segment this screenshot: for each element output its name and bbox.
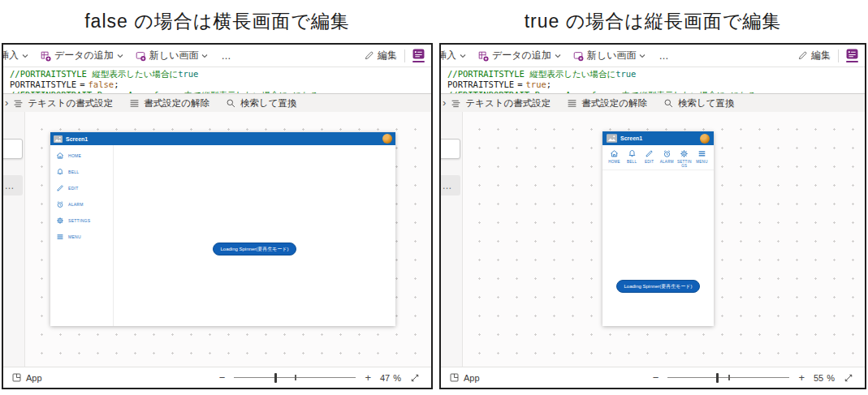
status-bar: App − + 55% <box>441 367 865 388</box>
zoom-slider[interactable] <box>234 372 356 384</box>
nav-item-home[interactable]: HOME <box>607 149 622 168</box>
app-header[interactable]: Screen1 <box>50 132 395 145</box>
new-screen-menu[interactable]: 新しい画面 <box>572 49 646 62</box>
code-line-comment1: //PORTRAITSTYLE 縦型表示したい場合にtrue <box>10 69 431 79</box>
panel-stub[interactable] <box>3 139 23 159</box>
formula-panel-icon <box>412 49 425 59</box>
collapsed-panel-edge: … <box>441 112 463 367</box>
formula-panel-toggle[interactable] <box>412 49 425 62</box>
clear-format-label: 書式設定の解除 <box>144 97 209 109</box>
toolbar-overflow-button[interactable]: … <box>221 50 231 62</box>
zoom-slider-thumb[interactable] <box>716 373 719 383</box>
toolbar-overflow-button[interactable]: … <box>659 50 669 62</box>
nav-item-edit[interactable]: EDIT <box>56 184 113 192</box>
edit-button[interactable]: 編集 <box>364 49 397 62</box>
app-top-nav: HOME BELL EDIT ALARM <box>602 145 714 170</box>
add-data-label: データの追加 <box>492 49 551 62</box>
nav-item-edit[interactable]: EDIT <box>641 149 657 168</box>
zoom-in-button[interactable]: + <box>365 371 371 384</box>
text-format-icon <box>13 98 24 109</box>
fullscreen-icon[interactable] <box>410 373 420 383</box>
app-tree-item[interactable]: App <box>449 372 480 383</box>
app-header[interactable]: Screen1 <box>602 131 714 145</box>
new-screen-label: 新しい画面 <box>587 49 637 62</box>
clear-format-button[interactable]: 書式設定の解除 <box>567 97 647 109</box>
avatar[interactable] <box>700 134 710 144</box>
nav-item-settings[interactable]: SETTINGS <box>676 149 692 168</box>
panel-more-button[interactable]: … <box>3 175 23 195</box>
nav-item-menu[interactable]: MENU <box>56 233 113 241</box>
zoom-out-button[interactable]: − <box>219 371 226 384</box>
studio-panel-true: 挿入 データの追加 新しい画面 … 編集 <box>439 43 866 389</box>
toggle-selected-underline <box>412 61 425 62</box>
app-icon <box>449 372 460 383</box>
new-screen-menu[interactable]: 新しい画面 <box>135 49 209 62</box>
formula-bar[interactable]: //PORTRAITSTYLE 縦型表示したい場合にtrue PORTRAITS… <box>3 67 431 94</box>
zoom-slider-thumb[interactable] <box>274 373 277 383</box>
code-line-assignment: PORTRAITSTYLE=true; <box>447 79 865 90</box>
add-data-menu[interactable]: データの追加 <box>40 49 123 62</box>
edit-label: 編集 <box>811 49 831 62</box>
nav-item-alarm[interactable]: ALARM <box>659 149 675 168</box>
chevron-down-icon <box>460 54 466 58</box>
pencil-icon <box>56 184 64 192</box>
insert-menu[interactable]: 挿入 <box>3 49 28 62</box>
clear-format-icon <box>567 98 577 109</box>
edit-button[interactable]: 編集 <box>797 49 831 62</box>
bell-icon <box>628 149 637 158</box>
text-format-label: テキストの書式設定 <box>465 97 551 109</box>
top-toolbar: 挿入 データの追加 新しい画面 … 編集 <box>441 45 865 67</box>
nav-item-bell[interactable]: BELL <box>624 149 640 168</box>
text-format-button[interactable]: テキストの書式設定 <box>451 97 551 109</box>
text-format-icon <box>451 98 461 109</box>
add-data-menu[interactable]: データの追加 <box>477 49 561 62</box>
panel-stub[interactable] <box>441 139 460 159</box>
find-replace-button[interactable]: 検索して置換 <box>663 97 735 109</box>
image-placeholder-icon <box>607 134 617 143</box>
code-line-assignment: PORTRAITSTYLE=false; <box>10 79 431 90</box>
new-screen-icon <box>135 50 146 62</box>
app-main-area: Loading Spinner(要再生モード) <box>114 145 395 326</box>
new-screen-label: 新しい画面 <box>149 49 199 62</box>
app-label: App <box>464 373 480 383</box>
app-screen-landscape[interactable]: Screen1 HOME BELL <box>50 132 395 326</box>
expand-chevron[interactable]: › <box>5 97 8 109</box>
add-data-icon <box>40 50 51 62</box>
formula-bar[interactable]: //PORTRAITSTYLE 縦型表示したい場合にtrue PORTRAITS… <box>441 67 865 94</box>
format-toolbar: › テキストの書式設定 書式設定の解除 検索して置換 <box>3 94 431 112</box>
nav-item-alarm[interactable]: ALARM <box>56 200 113 208</box>
screen-title: Screen1 <box>620 135 642 141</box>
app-screen-portrait[interactable]: Screen1 HOME BELL EDIT <box>602 131 714 326</box>
pencil-icon <box>645 149 654 158</box>
zoom-in-button[interactable]: + <box>798 371 805 384</box>
expand-chevron[interactable]: › <box>443 97 446 109</box>
format-toolbar: › テキストの書式設定 書式設定の解除 検索して置換 <box>441 94 865 112</box>
insert-menu[interactable]: 挿入 <box>441 49 466 62</box>
avatar[interactable] <box>382 134 392 144</box>
zoom-slider[interactable] <box>667 372 789 384</box>
add-data-label: データの追加 <box>54 49 114 62</box>
home-icon <box>56 152 64 160</box>
zoom-detent-tick <box>295 375 296 380</box>
text-format-button[interactable]: テキストの書式設定 <box>13 97 113 109</box>
fullscreen-icon[interactable] <box>844 373 853 383</box>
insert-label: 挿入 <box>3 49 19 62</box>
panel-more-button[interactable]: … <box>441 175 460 195</box>
nav-item-menu[interactable]: MENU <box>694 149 710 168</box>
loading-spinner-button[interactable]: Loading Spinner(要再生モード) <box>616 280 701 293</box>
figure-false: false の場合は横長画面で編集 挿入 データの追加 新しい画面 … 編集 <box>2 0 433 389</box>
pencil-icon <box>797 50 808 61</box>
nav-item-settings[interactable]: SETTINGS <box>56 217 113 225</box>
find-replace-button[interactable]: 検索して置換 <box>226 97 297 109</box>
formula-panel-toggle[interactable] <box>846 49 858 62</box>
chevron-down-icon <box>639 54 646 58</box>
zoom-percent: 47% <box>380 373 401 383</box>
nav-item-home[interactable]: HOME <box>56 152 113 160</box>
zoom-out-button[interactable]: − <box>653 371 659 384</box>
loading-spinner-button[interactable]: Loading Spinner(要再生モード) <box>213 243 297 255</box>
clear-format-button[interactable]: 書式設定の解除 <box>129 97 209 109</box>
clear-format-label: 書式設定の解除 <box>581 97 647 109</box>
app-tree-item[interactable]: App <box>11 372 42 383</box>
bell-icon <box>56 168 64 176</box>
nav-item-bell[interactable]: BELL <box>56 168 113 176</box>
